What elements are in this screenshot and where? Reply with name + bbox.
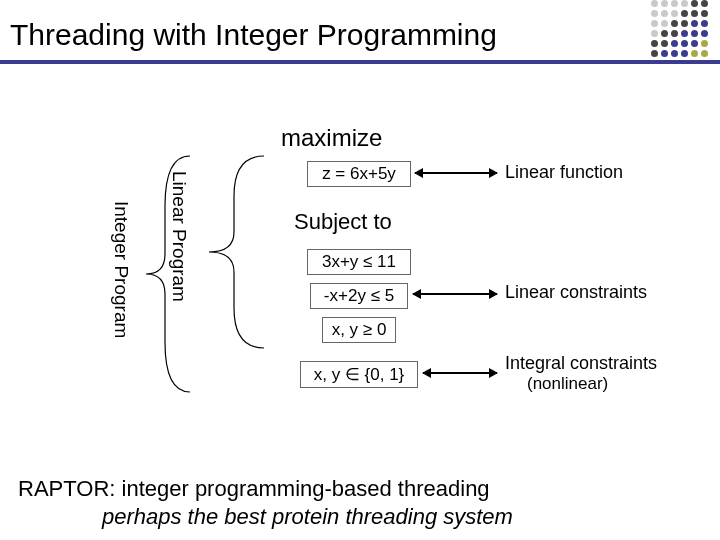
- box-integrality: x, y ∈ {0, 1}: [300, 361, 418, 388]
- box-objective: z = 6x+5y: [307, 161, 411, 187]
- diagram-stage: Linear Program Integer Program maximize …: [0, 64, 720, 464]
- label-maximize: maximize: [281, 124, 382, 152]
- annotation-objective: Linear function: [505, 162, 623, 183]
- decorative-dot-grid: [651, 0, 708, 57]
- footer-text: RAPTOR: integer programming-based thread…: [18, 475, 513, 530]
- brace-integer-program: [140, 156, 200, 392]
- annotation-constraints: Linear constraints: [505, 282, 647, 303]
- box-constraint-2: -x+2y ≤ 5: [310, 283, 408, 309]
- footer-raptor: RAPTOR:: [18, 476, 115, 501]
- arrow-objective: [415, 172, 497, 174]
- box-constraint-1: 3x+y ≤ 11: [307, 249, 411, 275]
- title-bar: Threading with Integer Programming: [0, 0, 720, 64]
- arrow-constraints: [413, 293, 497, 295]
- label-integer-program: Integer Program: [110, 201, 132, 338]
- page-title: Threading with Integer Programming: [10, 18, 710, 52]
- footer-line2: perhaps the best protein threading syste…: [18, 504, 513, 529]
- box-constraint-3: x, y ≥ 0: [322, 317, 396, 343]
- brace-linear-program: [199, 156, 279, 348]
- annotation-integrality-line1: Integral constraints: [505, 353, 657, 373]
- arrow-integrality: [423, 372, 497, 374]
- annotation-integrality-line2: (nonlinear): [505, 374, 608, 393]
- footer-line1-rest: integer programming-based threading: [115, 476, 489, 501]
- annotation-integrality: Integral constraints (nonlinear): [505, 354, 657, 394]
- label-subject-to: Subject to: [294, 209, 392, 235]
